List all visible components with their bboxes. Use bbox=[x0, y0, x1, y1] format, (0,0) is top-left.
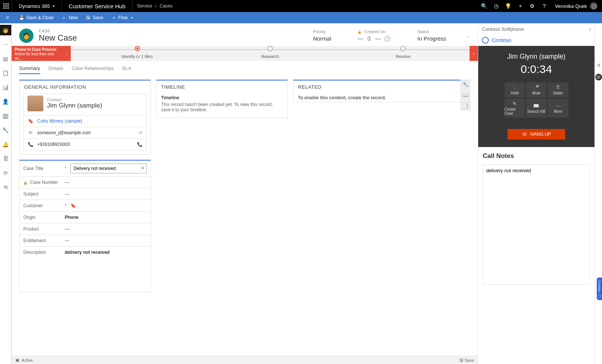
softphone-expand-icon[interactable]: › bbox=[589, 26, 591, 32]
call-notes-input[interactable] bbox=[483, 164, 590, 285]
hangup-icon: ☏ bbox=[522, 132, 528, 137]
product-brand[interactable]: Dynamics 365 ▾ bbox=[12, 0, 62, 12]
general-information-panel: GENERAL INFORMATION Contact Jim Glynn (s… bbox=[19, 80, 151, 155]
nav-item-customer-icon[interactable]: 🧑 bbox=[0, 25, 11, 35]
tab-case-relationships[interactable]: Case Relationships bbox=[71, 65, 114, 74]
general-information-header: GENERAL INFORMATION bbox=[20, 80, 150, 94]
app-hub-label[interactable]: Customer Service Hub bbox=[62, 0, 132, 12]
case-title-input[interactable] bbox=[70, 164, 147, 173]
entitlement-label: Entitlement bbox=[23, 238, 61, 243]
nav-item-chart-icon[interactable]: 📊 bbox=[0, 82, 11, 93]
header-expand-icon[interactable]: ⌄ bbox=[467, 33, 470, 38]
nav-item-tool-icon[interactable]: 🔧 bbox=[0, 125, 11, 135]
description-value[interactable]: delivery not received bbox=[65, 250, 147, 255]
plus-icon: ＋ bbox=[61, 15, 67, 21]
nav-item-bell-icon[interactable]: 🔔 bbox=[0, 139, 11, 150]
new-icon[interactable]: ＋ bbox=[514, 0, 526, 12]
priority-value[interactable]: Normal bbox=[313, 35, 331, 42]
nav-item-archive-icon[interactable]: 🗄 bbox=[0, 153, 11, 164]
settings-gear-icon[interactable]: ⚙ bbox=[526, 0, 538, 12]
product-value[interactable]: --- bbox=[65, 226, 147, 232]
assistant-lightbulb-icon[interactable]: 💡 bbox=[502, 0, 514, 12]
related-tool-kb-icon[interactable]: 📑 bbox=[461, 101, 470, 111]
user-name: Veronika Quek bbox=[555, 3, 587, 9]
create-case-button[interactable]: ✎Create Case bbox=[505, 99, 525, 118]
contact-name[interactable]: Jim Glynn (sample) bbox=[47, 102, 102, 109]
svg-rect-6 bbox=[3, 8, 5, 9]
status-save-label[interactable]: Save bbox=[465, 358, 474, 362]
nav-toggle-icon[interactable]: ≡ bbox=[3, 15, 12, 20]
phone-rail-icon[interactable]: ☏ bbox=[595, 74, 602, 80]
email-action-icon[interactable]: ✉ bbox=[139, 130, 143, 135]
entitlement-value[interactable]: --- bbox=[65, 238, 147, 243]
form-tabs: Summary Details Case Relationships SLA bbox=[12, 61, 478, 74]
contoso-pill[interactable]: Contoso◯ bbox=[597, 278, 602, 300]
company-link[interactable]: Coho Winery (sample) bbox=[37, 118, 143, 124]
related-tool-wrench-icon[interactable]: 🔧 bbox=[461, 80, 470, 89]
nav-item-org-icon[interactable]: 🏢 bbox=[0, 111, 11, 121]
bpf-flag[interactable]: Phone to Case Process Active for less th… bbox=[12, 46, 62, 61]
nav-item-feed-icon[interactable]: ▤ bbox=[0, 53, 11, 64]
save-button[interactable]: 🖫Save bbox=[82, 12, 107, 23]
bpf-next-button[interactable]: › bbox=[470, 46, 478, 61]
contact-phone[interactable]: +918106920003 bbox=[37, 142, 133, 147]
bpf-stage-identify[interactable]: Identify (< 1 Min) bbox=[71, 48, 204, 59]
search-icon[interactable]: 🔍 bbox=[478, 0, 490, 12]
contact-field-label: Contact bbox=[47, 97, 102, 102]
svg-rect-2 bbox=[8, 3, 9, 5]
softphone-brand: Contoso bbox=[492, 37, 511, 43]
nav-item-clipboard-icon[interactable]: 📋 bbox=[0, 68, 11, 78]
clear-input-icon[interactable]: ✕ bbox=[141, 165, 144, 171]
clock-icon: 🕒 bbox=[384, 35, 391, 42]
flow-button[interactable]: ⇢Flow▾ bbox=[107, 12, 137, 23]
tab-details[interactable]: Details bbox=[49, 65, 64, 74]
save-and-close-button[interactable]: 💾Save & Close bbox=[15, 12, 58, 23]
bpf-stage-resolve[interactable]: Resolve bbox=[337, 48, 470, 59]
product-label: Product bbox=[23, 226, 61, 232]
customer-lookup[interactable]: 🔖 bbox=[70, 203, 147, 208]
nav-item-loop2-icon[interactable]: ⟲ bbox=[0, 182, 11, 193]
hold-button[interactable]: 📞Hold bbox=[505, 82, 525, 97]
related-panel: RELATED To enable this content, create t… bbox=[293, 80, 470, 102]
record-title: New Case bbox=[39, 33, 77, 43]
customer-label: Customer bbox=[23, 203, 43, 208]
phone-field-icon: 📞 bbox=[27, 142, 33, 147]
more-button[interactable]: ⋯More bbox=[548, 99, 569, 118]
origin-value[interactable]: Phone bbox=[65, 215, 147, 220]
subject-value[interactable]: --- bbox=[65, 191, 147, 197]
case-number-label: Case Number bbox=[30, 180, 58, 185]
call-notes-header: Call Notes bbox=[483, 152, 590, 160]
origin-label: Origin bbox=[23, 215, 61, 220]
help-icon[interactable]: ? bbox=[538, 0, 550, 12]
book-icon: 📖 bbox=[533, 103, 539, 109]
softphone-panel: Contoso Softphone › Contoso Jim Glynn (s… bbox=[478, 23, 594, 364]
nav-item-loop-icon[interactable]: ⟳ bbox=[0, 168, 11, 178]
new-button[interactable]: ＋New bbox=[58, 12, 82, 23]
mute-button[interactable]: 🎤Mute bbox=[526, 82, 547, 97]
contact-email[interactable]: someone_j@example.com bbox=[37, 130, 135, 135]
hang-up-button[interactable]: ☏ HANG UP bbox=[508, 129, 566, 140]
bpf-stage-research[interactable]: Research bbox=[204, 48, 336, 59]
user-menu[interactable]: Veronika Quek ◯ bbox=[550, 2, 602, 10]
nav-overflow-icon[interactable]: ⋯ bbox=[0, 39, 11, 50]
created-on-label: Created On bbox=[364, 29, 386, 34]
breadcrumb-entity[interactable]: Cases bbox=[160, 3, 172, 9]
dialer-button[interactable]: ⠿Dialer bbox=[548, 82, 569, 97]
bpf-name: Phone to Case Process bbox=[15, 47, 59, 52]
svg-rect-8 bbox=[8, 8, 9, 9]
task-flow-icon[interactable]: ◷ bbox=[490, 0, 502, 12]
nav-item-person-icon[interactable]: 👤 bbox=[0, 96, 11, 107]
search-kb-button[interactable]: 📖Search KB bbox=[526, 99, 547, 118]
record-state: Active bbox=[21, 358, 33, 362]
history-icon[interactable]: ↺ bbox=[595, 60, 602, 71]
tab-sla[interactable]: SLA bbox=[122, 65, 131, 74]
lock-icon bbox=[357, 29, 363, 34]
phone-action-icon[interactable]: 📞 bbox=[137, 142, 143, 147]
breadcrumb-area[interactable]: Service bbox=[137, 3, 152, 9]
app-launcher-icon[interactable] bbox=[0, 0, 12, 12]
status-value[interactable]: In Progress bbox=[417, 35, 446, 42]
pencil-icon: ✎ bbox=[512, 101, 517, 106]
related-tool-book-icon[interactable]: 📖 bbox=[461, 90, 470, 100]
tab-summary[interactable]: Summary bbox=[19, 65, 40, 74]
chevron-right-icon: › bbox=[155, 3, 157, 9]
